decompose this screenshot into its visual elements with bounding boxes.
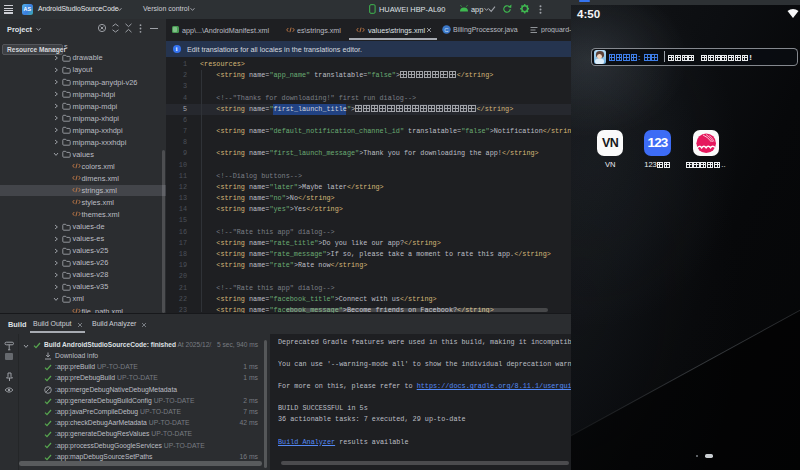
- svg-text:C: C: [444, 27, 449, 33]
